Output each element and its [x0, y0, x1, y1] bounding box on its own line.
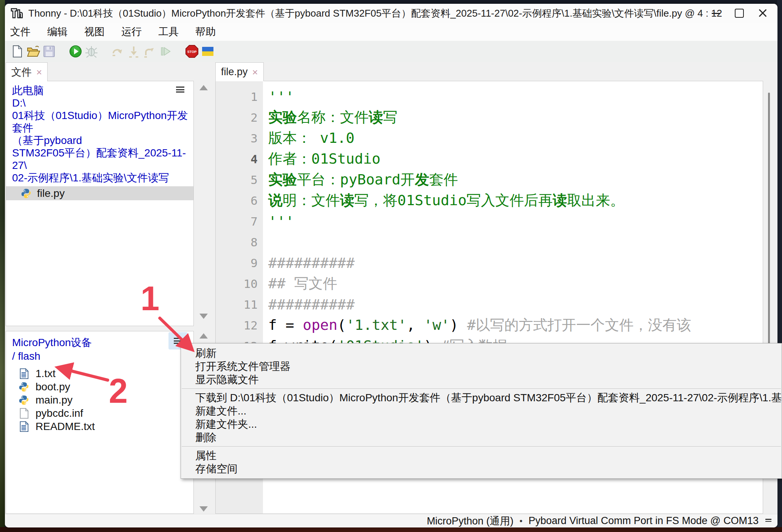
- tab-files-label: 文件: [11, 65, 32, 79]
- line-number: 5: [216, 173, 263, 187]
- menu-item-help[interactable]: 帮助: [195, 25, 216, 39]
- stop-icon[interactable]: STOP: [184, 43, 200, 59]
- device-path-flash[interactable]: / flash: [12, 350, 191, 363]
- device-file-row[interactable]: main.py: [6, 393, 193, 407]
- device-file-label: boot.py: [36, 381, 70, 393]
- context-item-refresh[interactable]: 刷新: [181, 346, 782, 360]
- device-file-row[interactable]: README.txt: [6, 420, 193, 433]
- tab-file-py-label: file.py: [221, 66, 248, 78]
- code-line-4: 4作者：01Studio: [216, 148, 763, 169]
- files-scroll-up-button[interactable]: [199, 85, 208, 90]
- desktop-edge-bottom: [0, 527, 782, 532]
- python-icon: [18, 381, 29, 393]
- annotation-step-2: 2: [109, 374, 128, 408]
- context-item-show-hidden[interactable]: 显示隐藏文件: [181, 373, 782, 386]
- code-line-3: 3版本： v1.0: [216, 128, 763, 148]
- debug-icon[interactable]: [83, 43, 99, 59]
- code-text: 作者：01Studio: [263, 149, 380, 169]
- code-text: 实验平台：pyBoard开发套件: [263, 170, 458, 189]
- text-file-icon: [18, 421, 29, 432]
- context-item-new-dir[interactable]: 新建文件夹...: [181, 418, 782, 431]
- tree-item-this-pc[interactable]: 此电脑: [12, 84, 191, 97]
- title-bar[interactable]: Thonny - D:\01科技（01Studio）MicroPython开发套…: [5, 4, 777, 23]
- files-menu-button hamburger-icon[interactable]: [176, 87, 184, 93]
- line-number: 8: [216, 235, 263, 249]
- tree-item-drive[interactable]: D:\: [12, 97, 191, 109]
- device-panel-title[interactable]: MicroPython设备: [12, 336, 191, 350]
- line-number: 3: [216, 131, 263, 145]
- tab-file-py[interactable]: file.py ×: [215, 62, 264, 81]
- tree-item-file-py[interactable]: file.py: [6, 186, 193, 200]
- interpreter-label: MicroPython (通用): [427, 514, 514, 528]
- code-area[interactable]: 1'''2实验名称：文件读写3版本： v1.04作者：01Studio5实验平台…: [216, 86, 763, 356]
- tab-close-icon[interactable]: ×: [36, 67, 42, 77]
- close-button[interactable]: [751, 4, 774, 23]
- menu-item-view[interactable]: 视图: [84, 25, 105, 39]
- thonny-logo-icon: [10, 7, 23, 20]
- line-number: 12: [216, 319, 263, 332]
- maximize-button[interactable]: [728, 4, 751, 23]
- device-file-label: 1.txt: [36, 368, 56, 380]
- folder-path-line: 01科技（01Studio）MicroPython开发套件: [12, 109, 191, 134]
- files-scroll-down-button[interactable]: [199, 314, 208, 319]
- line-number: 6: [216, 194, 263, 207]
- code-line-10: 10## 写文件: [216, 273, 763, 294]
- device-file-row[interactable]: boot.py: [6, 380, 193, 393]
- tab-files[interactable]: 文件 ×: [6, 62, 48, 81]
- tab-close-icon[interactable]: ×: [252, 67, 258, 77]
- resume-icon[interactable]: [158, 43, 173, 59]
- device-file-row[interactable]: 1.txt: [6, 367, 193, 380]
- code-text: ''': [263, 88, 294, 105]
- ukraine-flag-icon[interactable]: [200, 43, 216, 59]
- menu-separator: [182, 446, 781, 447]
- menu-item-edit[interactable]: 编辑: [47, 25, 68, 39]
- device-file-label: main.py: [36, 394, 73, 406]
- run-script-icon[interactable]: [68, 43, 83, 59]
- context-item-delete[interactable]: 删除: [181, 431, 782, 444]
- device-file-row[interactable]: pybcdc.inf: [6, 407, 193, 420]
- text-file-icon: [18, 368, 29, 379]
- folder-path-line: （基于pyboard: [12, 134, 191, 147]
- code-line-6: 6说明：文件读写，将01Studio写入文件后再读取出来。: [216, 190, 763, 211]
- code-text: ## 写文件: [263, 274, 337, 293]
- device-scroll-down-button[interactable]: [199, 506, 208, 512]
- status-bar: MicroPython (通用) • Pyboard Virtual Comm …: [5, 514, 777, 527]
- menu-item-tools[interactable]: 工具: [158, 25, 179, 39]
- code-line-8: 8: [216, 232, 763, 252]
- device-context-menu: 刷新打开系统文件管理器显示隐藏文件下载到 D:\01科技（01Studio）Mi…: [181, 343, 782, 479]
- context-item-properties[interactable]: 属性: [181, 449, 782, 462]
- menu-item-file[interactable]: 文件: [10, 25, 31, 39]
- step-out-icon[interactable]: [142, 43, 158, 59]
- context-item-download-to[interactable]: 下载到 D:\01科技（01Studio）MicroPython开发套件（基于p…: [181, 391, 782, 404]
- new-file-icon[interactable]: [9, 43, 25, 59]
- code-line-12: 12f = open('1.txt', 'w') #以写的方式打开一个文件，没有…: [216, 315, 763, 336]
- line-number: 2: [216, 111, 263, 124]
- minimize-button[interactable]: [704, 4, 728, 23]
- interpreter-menu-icon hamburger-icon[interactable]: [765, 519, 771, 523]
- blank-file-icon: [18, 408, 29, 419]
- tree-item-file-py-label: file.py: [37, 187, 65, 200]
- open-file-icon[interactable]: [25, 43, 41, 59]
- tree-item-folder-path[interactable]: 01科技（01Studio）MicroPython开发套件（基于pyboardS…: [12, 109, 191, 184]
- code-text: 说明：文件读写，将01Studio写入文件后再读取出来。: [263, 191, 624, 210]
- save-file-icon[interactable]: [41, 43, 57, 59]
- maximize-icon: [735, 9, 744, 18]
- annotation-step-1: 1: [141, 281, 159, 315]
- python-icon: [20, 188, 32, 199]
- port-label: Pyboard Virtual Comm Port in FS Mode @ C…: [529, 515, 759, 527]
- line-number: 10: [216, 277, 263, 291]
- context-item-new-file[interactable]: 新建文件...: [181, 404, 782, 418]
- code-text: 版本： v1.0: [263, 128, 354, 148]
- device-scroll-up-button[interactable]: [199, 333, 208, 339]
- step-into-icon[interactable]: [126, 43, 142, 59]
- device-file-label: pybcdc.inf: [36, 407, 83, 419]
- window-title: Thonny - D:\01科技（01Studio）MicroPython开发套…: [28, 7, 722, 20]
- line-number: 1: [216, 90, 263, 104]
- context-item-open-file-manager[interactable]: 打开系统文件管理器: [181, 360, 782, 373]
- menu-item-run[interactable]: 运行: [121, 25, 142, 39]
- line-number: 4: [216, 152, 263, 166]
- context-item-storage[interactable]: 存储空间: [181, 462, 782, 475]
- status-separator: •: [519, 516, 522, 526]
- folder-path-line: 02-示例程序\1.基础实验\文件读写: [12, 172, 191, 184]
- step-over-icon[interactable]: [110, 43, 126, 59]
